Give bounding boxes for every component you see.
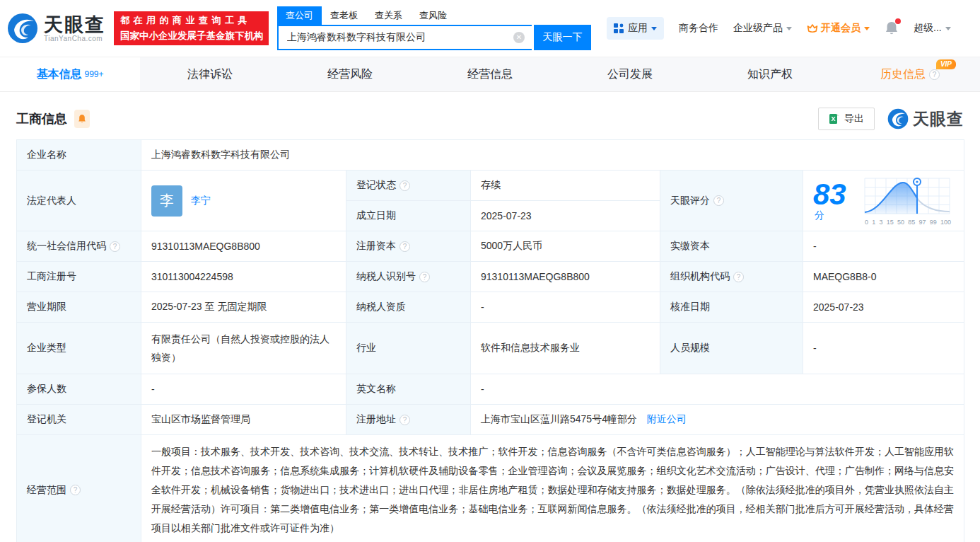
- help-icon[interactable]: [70, 485, 81, 495]
- business-term-value: 2025-07-23 至 无固定期限: [141, 292, 346, 323]
- slogan-line1: 都在用的商业查询工具: [120, 14, 262, 27]
- apps-grid-icon: [614, 23, 624, 33]
- tab-history-info[interactable]: VIP 历史信息: [840, 57, 980, 91]
- tab-intellectual-property[interactable]: 知识产权: [700, 57, 840, 91]
- insured-count-value: -: [141, 374, 346, 405]
- score-distribution-chart: 0131550859799100: [859, 175, 954, 226]
- field-label-cell: 组织机构代码: [660, 262, 803, 292]
- tab-history-info-label: 历史信息: [880, 67, 926, 82]
- table-row: 企业类型 有限责任公司（自然人投资或控股的法人独资） 行业 软件和信息技术服务业…: [17, 323, 964, 374]
- staff-size-value: -: [803, 323, 964, 374]
- help-icon[interactable]: [929, 69, 940, 80]
- tab-basic-info-label: 基本信息: [36, 67, 81, 82]
- business-scope-text: 一般项目：技术服务、技术开发、技术咨询、技术交流、技术转让、技术推广；软件开发；…: [151, 442, 954, 538]
- search-tab-company[interactable]: 查公司: [277, 6, 322, 25]
- tianyancha-logo[interactable]: 天眼查 TianYanCha.com: [7, 13, 105, 44]
- search-tab-relation[interactable]: 查关系: [366, 6, 411, 25]
- field-label-cell: 登记状态: [346, 171, 471, 201]
- brand-name: 天眼查: [913, 108, 964, 130]
- axis-tick: 15: [887, 219, 894, 226]
- field-label: 企业名称: [17, 140, 141, 171]
- nav-enterprise[interactable]: 企业级产品: [733, 22, 792, 35]
- table-row: 法定代表人 李 李宁 登记状态 存续 天眼评分 83分: [17, 171, 964, 201]
- clear-search-icon[interactable]: [513, 32, 525, 43]
- notification-bell[interactable]: [885, 21, 899, 36]
- field-label: 核准日期: [660, 292, 803, 323]
- search-tabs: 查公司 查老板 查关系 查风险: [277, 6, 591, 25]
- table-row: 企业名称 上海鸿睿数科数字科技有限公司: [17, 140, 964, 171]
- table-row: 登记机关 宝山区市场监督管理局 注册地址 上海市宝山区蕰川路5475号4幢部分 …: [17, 405, 964, 435]
- caret-down-icon: [864, 27, 870, 30]
- help-icon[interactable]: [419, 272, 430, 282]
- slogan-line2: 国家中小企业发展子基金旗下机构: [120, 30, 262, 42]
- tianyancha-logo-icon: [887, 108, 909, 129]
- field-label: 法定代表人: [17, 171, 141, 231]
- field-label: 参保人数: [17, 374, 141, 405]
- help-icon[interactable]: [399, 180, 410, 191]
- field-label-cell: 注册资本: [346, 231, 471, 262]
- score-cell[interactable]: 83分: [803, 171, 964, 231]
- monitor-bell-button[interactable]: [74, 110, 90, 128]
- search-input[interactable]: [277, 25, 532, 50]
- table-row: 工商注册号 310113004224598 纳税人识别号 91310113MAE…: [17, 262, 964, 292]
- tab-operation-info[interactable]: 经营信息: [420, 57, 560, 91]
- legal-rep-link[interactable]: 李宁: [191, 195, 211, 207]
- tab-basic-info[interactable]: 基本信息 999+: [0, 57, 140, 91]
- field-label: 纳税人资质: [346, 292, 471, 323]
- company-tabbar: 基本信息 999+ 法律诉讼 经营风险 经营信息 公司发展 知识产权 VIP 历…: [0, 57, 980, 92]
- nav-cooperation[interactable]: 商务合作: [679, 22, 718, 35]
- nearby-companies-link[interactable]: 附近公司: [647, 413, 687, 425]
- help-icon[interactable]: [713, 195, 724, 206]
- field-label: 注册地址: [356, 413, 396, 426]
- nav-enterprise-label: 企业级产品: [733, 22, 783, 35]
- registered-capital-value: 5000万人民币: [471, 231, 660, 262]
- field-label: 天眼评分: [670, 195, 710, 207]
- top-nav: 应用 商务合作 企业级产品 开通会员 超级...: [607, 17, 951, 40]
- reg-address-cell: 上海市宝山区蕰川路5475号4幢部分 附近公司: [471, 405, 964, 435]
- axis-tick: 97: [918, 219, 926, 226]
- field-label: 注册资本: [356, 240, 396, 253]
- registration-number-value: 310113004224598: [141, 262, 346, 292]
- help-icon[interactable]: [733, 272, 744, 282]
- credit-code-value: 91310113MAEQG8B800: [141, 231, 346, 262]
- field-label-cell: 纳税人识别号: [346, 262, 471, 292]
- nav-open-vip[interactable]: 开通会员: [807, 22, 870, 35]
- field-label: 组织机构代码: [670, 270, 730, 283]
- help-icon[interactable]: [399, 415, 410, 425]
- paid-capital-value: -: [803, 231, 964, 262]
- org-code-value: MAEQG8B8-0: [803, 262, 964, 292]
- axis-tick: 0: [865, 219, 868, 226]
- help-icon[interactable]: [399, 241, 410, 252]
- tab-basic-info-badge: 999+: [84, 69, 103, 79]
- search-button[interactable]: 天眼一下: [534, 25, 591, 50]
- field-label-cell: 经营范围: [17, 435, 141, 542]
- caret-down-icon: [945, 27, 951, 30]
- field-label: 登记状态: [356, 179, 396, 192]
- tab-legal[interactable]: 法律诉讼: [140, 57, 280, 91]
- tab-operation-risk[interactable]: 经营风险: [280, 57, 420, 91]
- legal-rep-avatar[interactable]: 李: [151, 185, 182, 217]
- search-tab-risk[interactable]: 查风险: [411, 6, 455, 25]
- vip-badge: VIP: [936, 59, 956, 69]
- caret-down-icon: [786, 27, 792, 30]
- nav-open-vip-label: 开通会员: [821, 22, 861, 35]
- table-row: 统一社会信用代码 91310113MAEQG8B800 注册资本 5000万人民…: [17, 231, 964, 262]
- crown-icon: [807, 23, 818, 33]
- field-label-cell: 统一社会信用代码: [17, 231, 141, 262]
- search-tab-boss[interactable]: 查老板: [322, 6, 366, 25]
- export-button[interactable]: 导出: [818, 108, 875, 130]
- score-number: 83: [813, 178, 846, 211]
- business-scope-value: 一般项目：技术服务、技术开发、技术咨询、技术交流、技术转让、技术推广；软件开发；…: [141, 435, 964, 542]
- notification-dot: [895, 18, 901, 24]
- help-icon[interactable]: [110, 241, 120, 252]
- nav-super-vip[interactable]: 超级...: [914, 22, 951, 35]
- tab-company-development[interactable]: 公司发展: [560, 57, 700, 91]
- tianyancha-logo-icon: [7, 13, 38, 44]
- logo-subtitle: TianYanCha.com: [44, 35, 105, 42]
- brand-watermark: 天眼查: [887, 108, 964, 130]
- nav-apps[interactable]: 应用: [607, 17, 664, 40]
- company-type-value: 有限责任公司（自然人投资或控股的法人独资）: [141, 323, 346, 374]
- business-info-table: 企业名称 上海鸿睿数科数字科技有限公司 法定代表人 李 李宁 登记状态 存续 天…: [16, 139, 964, 542]
- score-curve: [859, 175, 954, 217]
- field-label-cell: 注册地址: [346, 405, 471, 435]
